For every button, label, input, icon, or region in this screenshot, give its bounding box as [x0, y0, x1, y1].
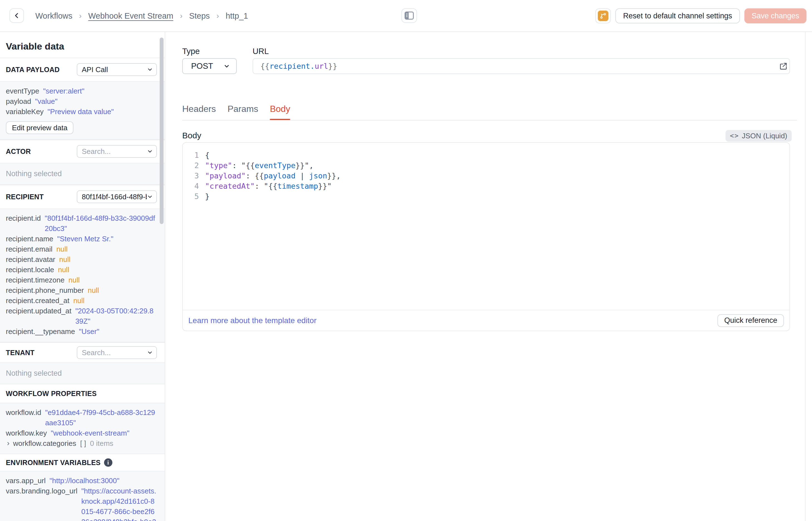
breadcrumb-separator: › — [79, 12, 81, 20]
tenant-search-select[interactable]: Search... — [77, 346, 157, 359]
code-token: " — [327, 182, 332, 190]
chevron-right-icon — [6, 441, 11, 446]
kv-value: "2024-03-05T00:42:29.839Z" — [75, 306, 157, 326]
kv-value: null — [88, 285, 99, 296]
code-token: recipient. — [269, 62, 315, 70]
code-token: | — [295, 172, 309, 180]
breadcrumb-item-webhook-event-stream[interactable]: Webhook Event Stream — [88, 12, 173, 21]
toggle-sidebar-button[interactable] — [401, 8, 417, 23]
breadcrumb-item-http-1[interactable]: http_1 — [225, 12, 248, 21]
edit-preview-data-button[interactable]: Edit preview data — [6, 121, 73, 134]
workflow-categories-row[interactable]: workflow.categories [ ] 0 items — [6, 438, 157, 449]
sidebar-panel-icon — [404, 12, 414, 20]
code-token: "createdAt" — [205, 182, 255, 190]
kv-key: eventType — [6, 86, 39, 96]
code-content: } — [205, 191, 210, 202]
code-line: 1{ — [183, 150, 789, 160]
code-token: : — [246, 172, 255, 180]
kv-key: recipient.__typename — [6, 326, 75, 337]
data-payload-select[interactable]: API Call — [77, 63, 157, 76]
kv-value: "server:alert" — [43, 86, 85, 96]
sidebar-scrollbar[interactable] — [160, 38, 164, 224]
kv-key: payload — [6, 96, 31, 107]
preview-data-section: eventType"server:alert"payload"value"var… — [0, 81, 165, 140]
body-section-title: Body — [182, 131, 201, 140]
kv-row: vars.app_url"http://localhost:3000" — [6, 476, 157, 486]
kv-value: null — [56, 244, 68, 254]
kv-row: recipient.name"Steven Metz Sr." — [6, 234, 157, 244]
code-editor[interactable]: 1{2"type": "{{eventType}}",3"payload": {… — [183, 143, 789, 310]
kv-key: workflow.key — [6, 428, 47, 438]
code-token: timestamp — [277, 182, 318, 190]
kv-row: recipient.__typename"User" — [6, 326, 157, 337]
environment-variables-header: ENVIRONMENT VARIABLES i — [0, 454, 165, 471]
kv-row: recipient.id"80f1f4bf-166d-48f9-b33c-390… — [6, 213, 157, 234]
kv-key: recipient.id — [6, 213, 41, 234]
body-template-editor: 1{2"type": "{{eventType}}",3"payload": {… — [182, 142, 790, 331]
save-changes-button[interactable]: Save changes — [744, 8, 807, 23]
code-content: "payload": {{payload | json}}, — [205, 171, 341, 181]
code-token: }} — [318, 182, 327, 190]
workflow-properties-header: WORKFLOW PROPERTIES — [0, 384, 165, 403]
code-icon: <> — [730, 132, 739, 140]
code-token: {{ — [246, 161, 255, 170]
kv-row: payload"value" — [6, 96, 157, 107]
external-link-icon[interactable] — [779, 62, 788, 71]
language-badge: <> JSON (Liquid) — [725, 130, 792, 142]
tab-params[interactable]: Params — [228, 104, 258, 114]
kv-row: recipient.updated_at"2024-03-05T00:42:29… — [6, 306, 157, 326]
code-token: "payload" — [205, 172, 246, 180]
code-line: 5} — [183, 191, 789, 202]
environment-rows: vars.app_url"http://localhost:3000"vars.… — [6, 476, 157, 521]
code-line: 4"createdAt": "{{timestamp}}" — [183, 181, 789, 191]
kv-key: vars.branding.logo_url — [6, 486, 77, 521]
code-line: 2"type": "{{eventType}}", — [183, 160, 789, 171]
editor-footer: Learn more about the template editor Qui… — [183, 310, 789, 331]
breadcrumb-item-steps[interactable]: Steps — [189, 12, 210, 21]
commit-diff-button[interactable] — [595, 8, 611, 23]
info-icon[interactable]: i — [104, 458, 112, 467]
data-payload-label: DATA PAYLOAD — [6, 66, 59, 74]
chevron-down-icon — [147, 148, 153, 155]
code-token: }} — [327, 172, 336, 180]
actor-search-select[interactable]: Search... — [77, 145, 157, 158]
chevron-down-icon — [147, 67, 153, 73]
breadcrumb-item-workflows[interactable]: Workflows — [35, 12, 72, 21]
template-editor-docs-link[interactable]: Learn more about the template editor — [188, 316, 316, 325]
kv-row: recipient.phone_numbernull — [6, 285, 157, 296]
actor-empty-state: Nothing selected — [0, 163, 165, 185]
back-button[interactable] — [9, 8, 24, 23]
code-token: }} — [295, 161, 305, 170]
kv-value: "80f1f4bf-166d-48f9-b33c-39009df20bc3" — [45, 213, 157, 234]
reset-channel-settings-button[interactable]: Reset to default channel settings — [615, 8, 740, 23]
line-number: 1 — [183, 150, 199, 160]
code-token: {{ — [255, 172, 264, 180]
tab-body[interactable]: Body — [270, 104, 290, 114]
kv-key: recipient.phone_number — [6, 285, 84, 296]
url-input[interactable]: {{recipient.url}} — [253, 58, 790, 74]
kv-key: recipient.timezone — [6, 275, 65, 285]
tenant-empty-state: Nothing selected — [0, 362, 165, 384]
code-token: {{ — [260, 62, 269, 70]
kv-value: "webhook-event-stream" — [51, 428, 129, 438]
kv-key: workflow.id — [6, 407, 41, 428]
code-token: } — [205, 192, 210, 201]
tabs: HeadersParamsBody — [182, 104, 302, 114]
tab-headers[interactable]: Headers — [182, 104, 216, 114]
kv-row: vars.branding.logo_url"https://account-a… — [6, 486, 157, 521]
quick-reference-button[interactable]: Quick reference — [717, 314, 784, 327]
kv-key: recipient.name — [6, 234, 53, 244]
kv-row: recipient.avatarnull — [6, 254, 157, 265]
method-select[interactable]: POST — [182, 58, 237, 74]
chevron-down-icon — [223, 63, 230, 70]
recipient-select[interactable]: 80f1f4bf-166d-48f9-b33c — [77, 190, 157, 203]
line-number: 5 — [183, 191, 199, 202]
recipient-data-rows: recipient.id"80f1f4bf-166d-48f9-b33c-390… — [6, 213, 157, 337]
code-content: "createdAt": "{{timestamp}}" — [205, 181, 332, 191]
topbar-actions: Reset to default channel settings Save c… — [595, 8, 807, 23]
tenant-row: TENANT Search... — [0, 342, 165, 362]
main-scrollbar-track[interactable] — [805, 32, 806, 521]
kv-value: "http://localhost:3000" — [49, 476, 119, 486]
kv-value: null — [59, 254, 70, 265]
tabs-divider — [182, 120, 797, 120]
